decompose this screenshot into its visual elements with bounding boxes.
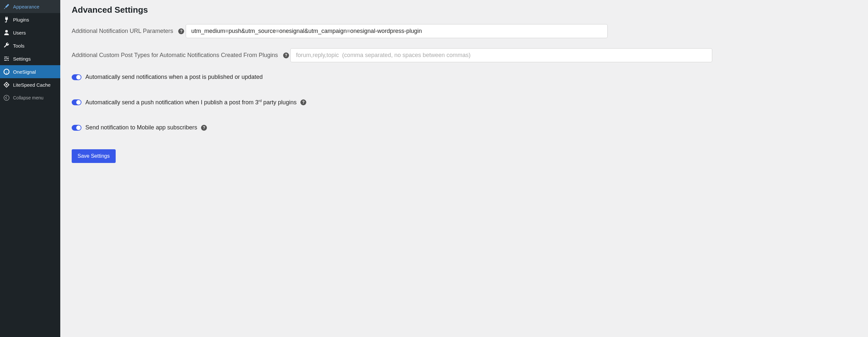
toggle-third-party-row: Automatically send a push notification w…	[72, 99, 857, 106]
toggle-auto-publish-label: Automatically send notifications when a …	[85, 74, 262, 81]
help-icon[interactable]: ?	[178, 28, 184, 34]
main-content: Advanced Settings Additional Notificatio…	[60, 0, 868, 337]
user-icon	[3, 29, 10, 36]
field-post-types: Additional Custom Post Types for Automat…	[72, 48, 857, 63]
help-icon[interactable]: ?	[201, 125, 207, 131]
field-post-types-label: Additional Custom Post Types for Automat…	[72, 52, 278, 59]
sliders-icon	[3, 55, 10, 62]
toggle-third-party[interactable]	[72, 99, 82, 105]
help-icon[interactable]: ?	[283, 53, 289, 58]
sidebar-item-label: Settings	[13, 56, 31, 62]
sidebar-item-plugins[interactable]: Plugins	[0, 13, 60, 26]
toggle-third-party-label: Automatically send a push notification w…	[85, 99, 297, 106]
sidebar-item-settings[interactable]: Settings	[0, 52, 60, 65]
sidebar-item-users[interactable]: Users	[0, 26, 60, 39]
sidebar-item-label: Plugins	[13, 17, 29, 23]
toggle-auto-publish-row: Automatically send notifications when a …	[72, 74, 857, 81]
wrench-icon	[3, 42, 10, 49]
sidebar-item-label: Tools	[13, 43, 25, 49]
sidebar-item-appearance[interactable]: Appearance	[0, 0, 60, 13]
admin-sidebar: Appearance Plugins Users Tools Settings …	[0, 0, 60, 337]
sidebar-item-label: Users	[13, 30, 26, 35]
sidebar-item-tools[interactable]: Tools	[0, 39, 60, 52]
toggle-mobile-label: Send notification to Mobile app subscrib…	[85, 124, 197, 131]
litespeed-icon	[3, 82, 10, 88]
post-types-input[interactable]	[290, 48, 712, 62]
plug-icon	[3, 16, 10, 23]
paintbrush-icon	[3, 3, 10, 10]
toggle-auto-publish[interactable]	[72, 74, 82, 80]
sidebar-item-label: LiteSpeed Cache	[13, 82, 51, 88]
page-title: Advanced Settings	[72, 5, 857, 15]
toggle-mobile[interactable]	[72, 125, 82, 131]
onesignal-icon	[3, 68, 10, 75]
help-icon[interactable]: ?	[301, 99, 306, 105]
url-params-input[interactable]	[186, 24, 608, 38]
toggle-mobile-row: Send notification to Mobile app subscrib…	[72, 124, 857, 131]
sidebar-item-litespeed[interactable]: LiteSpeed Cache	[0, 78, 60, 91]
collapse-icon	[3, 94, 10, 101]
sidebar-item-label: Appearance	[13, 4, 39, 9]
sidebar-collapse-menu[interactable]: Collapse menu	[0, 91, 60, 104]
svg-point-1	[4, 95, 9, 100]
sidebar-collapse-label: Collapse menu	[13, 95, 43, 100]
field-url-params-label: Additional Notification URL Parameters	[72, 28, 173, 35]
sidebar-item-onesignal[interactable]: OneSignal	[0, 65, 60, 78]
save-settings-button[interactable]: Save Settings	[72, 149, 116, 163]
sidebar-item-label: OneSignal	[13, 69, 36, 74]
field-url-params: Additional Notification URL Parameters ?	[72, 24, 857, 38]
